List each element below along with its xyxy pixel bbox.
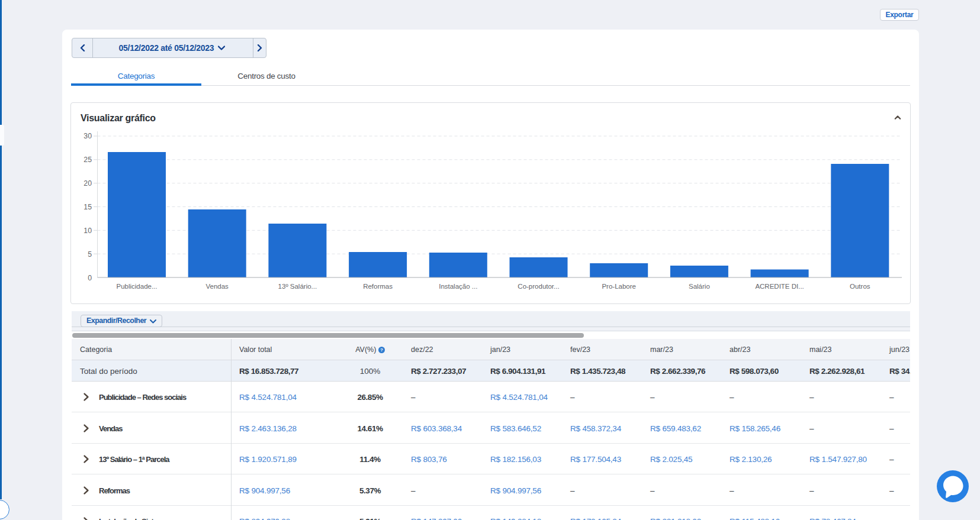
svg-text:Co-produtor...: Co-produtor... bbox=[518, 283, 559, 290]
svg-text:15: 15 bbox=[83, 203, 92, 211]
svg-text:Salário: Salário bbox=[689, 283, 710, 290]
svg-text:25: 25 bbox=[83, 156, 92, 164]
svg-text:Outros: Outros bbox=[850, 283, 870, 290]
svg-text:13º Salário...: 13º Salário... bbox=[278, 283, 317, 290]
svg-text:Reformas: Reformas bbox=[363, 283, 393, 290]
svg-text:5: 5 bbox=[88, 250, 92, 259]
svg-text:30: 30 bbox=[83, 132, 92, 140]
svg-text:Pro-Labore: Pro-Labore bbox=[602, 283, 636, 290]
svg-text:10: 10 bbox=[83, 227, 92, 235]
svg-text:Vendas: Vendas bbox=[206, 283, 229, 290]
svg-text:?: ? bbox=[380, 347, 383, 353]
svg-text:20: 20 bbox=[83, 179, 92, 188]
svg-text:Publicidade...: Publicidade... bbox=[116, 283, 157, 290]
svg-text:0: 0 bbox=[88, 274, 92, 282]
svg-text:Instalação ...: Instalação ... bbox=[439, 283, 477, 290]
svg-text:ACREDITE DI...: ACREDITE DI... bbox=[755, 283, 804, 290]
